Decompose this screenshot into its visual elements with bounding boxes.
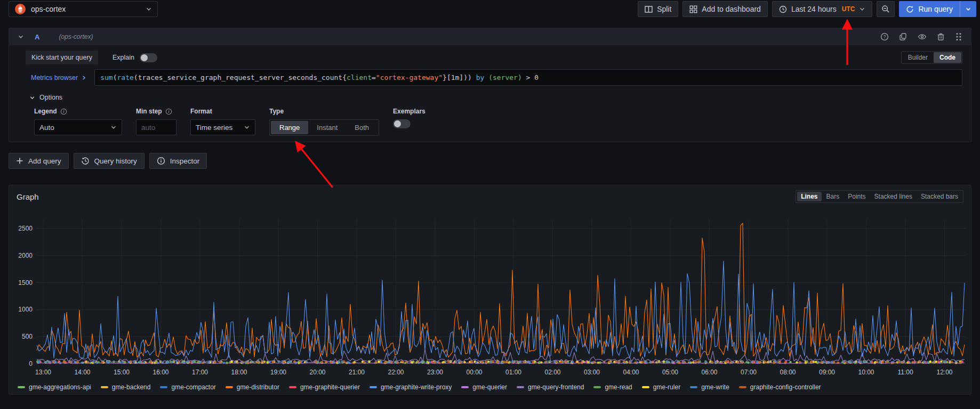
query-token: { bbox=[342, 73, 347, 81]
query-token: by bbox=[476, 73, 485, 81]
zoom-out-button[interactable] bbox=[877, 1, 895, 17]
exemplars-field-label: Exemplars bbox=[393, 108, 425, 115]
legend-item[interactable]: gme-graphite-write-proxy bbox=[369, 383, 452, 391]
type-field-label: Type bbox=[269, 108, 379, 115]
query-row-header[interactable]: A (ops-cortex) ? bbox=[9, 28, 971, 45]
toolbar-right-group: Split Add to dashboard Last 24 hours UTC bbox=[638, 1, 976, 17]
legend-swatch bbox=[289, 386, 296, 388]
options-collapse-header[interactable]: Options bbox=[29, 94, 971, 101]
legend-series-name: gme-ruler bbox=[653, 383, 680, 391]
legend-item[interactable]: gme-ruler bbox=[642, 383, 680, 391]
kick-start-query-button[interactable]: Kick start your query bbox=[26, 51, 98, 64]
legend-item[interactable]: gme-backend bbox=[101, 383, 151, 391]
svg-text:2000: 2000 bbox=[18, 252, 33, 259]
explore-actions-row: Add query Query history Inspector bbox=[9, 153, 207, 169]
chevron-down-icon bbox=[29, 95, 35, 101]
add-query-button[interactable]: Add query bbox=[9, 153, 69, 169]
run-query-button-group: Run query bbox=[899, 1, 976, 17]
type-option-instant[interactable]: Instant bbox=[308, 121, 346, 134]
split-button[interactable]: Split bbox=[638, 1, 678, 17]
drag-handle-icon[interactable] bbox=[955, 32, 962, 42]
svg-text:09:00: 09:00 bbox=[819, 369, 835, 376]
graph-panel-title: Graph bbox=[17, 192, 39, 201]
add-to-dashboard-label: Add to dashboard bbox=[702, 5, 761, 13]
query-token: client bbox=[347, 73, 372, 81]
legend-swatch bbox=[642, 386, 649, 388]
graph-panel-header: Graph LinesBarsPointsStacked linesStacke… bbox=[9, 185, 971, 203]
min-step-input[interactable] bbox=[136, 119, 176, 135]
datasource-picker[interactable]: ops-cortex bbox=[9, 1, 158, 17]
run-query-button[interactable]: Run query bbox=[899, 1, 960, 17]
svg-text:16:00: 16:00 bbox=[152, 369, 168, 376]
format-select[interactable]: Time series bbox=[190, 119, 255, 135]
svg-text:07:00: 07:00 bbox=[741, 369, 757, 376]
editor-mode-code[interactable]: Code bbox=[934, 52, 961, 63]
time-range-picker[interactable]: Last 24 hours UTC bbox=[772, 1, 873, 17]
legend-item[interactable]: gme-read bbox=[593, 383, 632, 391]
graph-mode-stacked-bars[interactable]: Stacked bars bbox=[917, 192, 962, 201]
legend-swatch bbox=[226, 386, 233, 388]
query-token: )) bbox=[463, 73, 472, 81]
prometheus-icon bbox=[14, 3, 26, 15]
hide-response-eye-icon[interactable] bbox=[918, 32, 927, 41]
metrics-browser-label: Metrics browser bbox=[31, 74, 78, 81]
query-history-button[interactable]: Query history bbox=[74, 153, 144, 169]
query-token: ( bbox=[488, 73, 493, 81]
add-to-dashboard-button[interactable]: Add to dashboard bbox=[682, 1, 768, 17]
legend-item[interactable]: gme-compactor bbox=[160, 383, 215, 391]
info-icon: i bbox=[60, 108, 67, 115]
min-step-field-label: Min step i bbox=[136, 108, 176, 115]
legend-item[interactable]: gme-querier bbox=[461, 383, 507, 391]
legend-series-name: gme-graphite-write-proxy bbox=[381, 383, 452, 391]
promql-query-input[interactable]: sum(rate(traces_service_graph_request_se… bbox=[94, 69, 962, 86]
query-token: ( bbox=[113, 73, 117, 81]
time-range-label: Last 24 hours bbox=[791, 5, 837, 13]
type-option-range[interactable]: Range bbox=[271, 121, 308, 134]
graph-mode-stacked-lines[interactable]: Stacked lines bbox=[871, 192, 916, 201]
svg-text:00:00: 00:00 bbox=[466, 369, 482, 376]
legend-item[interactable]: gme-aggregations-api bbox=[18, 383, 91, 391]
svg-text:11:00: 11:00 bbox=[897, 369, 913, 376]
legend-swatch bbox=[369, 386, 377, 388]
explain-control: Explain bbox=[113, 53, 157, 62]
collapse-chevron-icon[interactable] bbox=[18, 34, 24, 40]
legend-item[interactable]: gme-graphite-querier bbox=[289, 383, 360, 391]
exemplars-toggle[interactable] bbox=[393, 119, 411, 128]
svg-text:10:00: 10:00 bbox=[858, 369, 874, 376]
legend-swatch bbox=[739, 386, 746, 388]
legend-item[interactable]: graphite-config-controller bbox=[739, 383, 821, 391]
graph-mode-bars[interactable]: Bars bbox=[823, 192, 844, 201]
duplicate-query-icon[interactable] bbox=[899, 32, 907, 41]
svg-text:04:00: 04:00 bbox=[623, 369, 639, 376]
type-option-both[interactable]: Both bbox=[346, 121, 377, 134]
query-token: "cortex-gateway" bbox=[376, 73, 443, 81]
legend-item[interactable]: gme-write bbox=[690, 383, 729, 391]
svg-text:18:00: 18:00 bbox=[231, 369, 247, 376]
remove-query-trash-icon[interactable] bbox=[937, 32, 945, 41]
legend-format-select[interactable]: Auto bbox=[34, 119, 122, 135]
query-token: rate bbox=[117, 73, 134, 81]
legend-swatch bbox=[101, 386, 108, 388]
explain-toggle[interactable] bbox=[140, 53, 157, 62]
format-value: Time series bbox=[196, 124, 232, 132]
help-icon[interactable]: ? bbox=[880, 32, 889, 41]
legend-swatch bbox=[593, 386, 601, 388]
legend-item[interactable]: gme-distributor bbox=[226, 383, 279, 391]
legend-series-name: gme-compactor bbox=[171, 383, 215, 391]
inspector-button[interactable]: Inspector bbox=[149, 153, 207, 169]
editor-mode-builder[interactable]: Builder bbox=[902, 52, 934, 63]
timeseries-chart[interactable]: 0500100015002000250013:0014:0015:0016:00… bbox=[13, 204, 968, 383]
metrics-browser-button[interactable]: Metrics browser bbox=[26, 70, 92, 86]
min-step-field: Min step i bbox=[136, 108, 176, 135]
graph-mode-lines[interactable]: Lines bbox=[797, 192, 821, 201]
svg-text:1000: 1000 bbox=[18, 306, 33, 313]
run-query-dropdown-button[interactable] bbox=[960, 1, 976, 17]
split-label: Split bbox=[657, 5, 671, 13]
legend-item[interactable]: gme-query-frontend bbox=[517, 383, 584, 391]
graph-mode-points[interactable]: Points bbox=[844, 192, 869, 201]
legend-series-name: gme-querier bbox=[472, 383, 507, 391]
legend-swatch bbox=[18, 386, 25, 388]
svg-text:17:00: 17:00 bbox=[192, 369, 208, 376]
top-toolbar: ops-cortex Split Add to dashboard bbox=[0, 0, 980, 21]
explain-label: Explain bbox=[113, 54, 134, 61]
